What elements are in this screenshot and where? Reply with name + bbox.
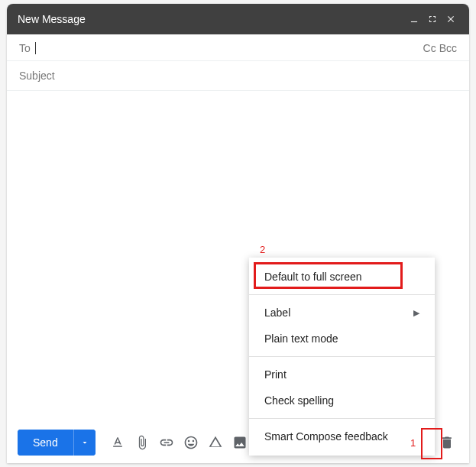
menu-label[interactable]: Label ▶ xyxy=(249,300,435,326)
send-dropdown-button[interactable] xyxy=(73,430,96,456)
menu-plaintext-label: Plain text mode xyxy=(264,332,338,345)
drive-icon[interactable] xyxy=(204,431,227,454)
fullscreen-icon[interactable] xyxy=(425,11,440,27)
menu-label-text: Label xyxy=(264,306,290,319)
header-controls xyxy=(406,11,458,27)
menu-divider xyxy=(249,356,435,357)
recipients-row: To Cc Bcc xyxy=(7,34,469,61)
cc-bcc-toggle: Cc Bcc xyxy=(423,42,457,54)
menu-smart[interactable]: Smart Compose feedback xyxy=(249,423,435,449)
chevron-right-icon: ▶ xyxy=(413,308,419,318)
menu-spell[interactable]: Check spelling xyxy=(249,388,435,413)
more-options-menu: Default to full screen Label ▶ Plain tex… xyxy=(249,258,435,456)
format-icon[interactable] xyxy=(106,431,129,454)
to-label: To xyxy=(19,42,31,54)
subject-input[interactable] xyxy=(19,70,457,82)
close-icon[interactable] xyxy=(443,11,458,27)
menu-smart-label: Smart Compose feedback xyxy=(264,430,388,443)
menu-fullscreen[interactable]: Default to full screen xyxy=(249,264,435,290)
link-icon[interactable] xyxy=(155,431,178,454)
header-title: New Message xyxy=(18,13,86,25)
menu-fullscreen-label: Default to full screen xyxy=(264,271,362,283)
photo-icon[interactable] xyxy=(228,431,251,454)
compose-header: New Message xyxy=(7,4,469,34)
emoji-icon[interactable] xyxy=(180,431,202,454)
minimize-icon[interactable] xyxy=(406,11,422,27)
send-button[interactable]: Send xyxy=(18,430,73,456)
to-input[interactable] xyxy=(36,42,423,54)
send-button-group: Send xyxy=(18,430,96,456)
menu-spell-label: Check spelling xyxy=(264,394,334,407)
menu-print-label: Print xyxy=(264,368,287,381)
svg-rect-0 xyxy=(411,21,417,22)
discard-icon[interactable] xyxy=(436,431,458,454)
subject-row xyxy=(7,61,469,91)
attach-icon[interactable] xyxy=(131,431,154,454)
menu-divider xyxy=(249,294,435,295)
menu-divider xyxy=(249,418,435,419)
menu-print[interactable]: Print xyxy=(249,362,435,388)
bcc-link[interactable]: Bcc xyxy=(439,42,457,54)
menu-plaintext[interactable]: Plain text mode xyxy=(249,326,435,352)
cc-link[interactable]: Cc xyxy=(423,42,436,54)
